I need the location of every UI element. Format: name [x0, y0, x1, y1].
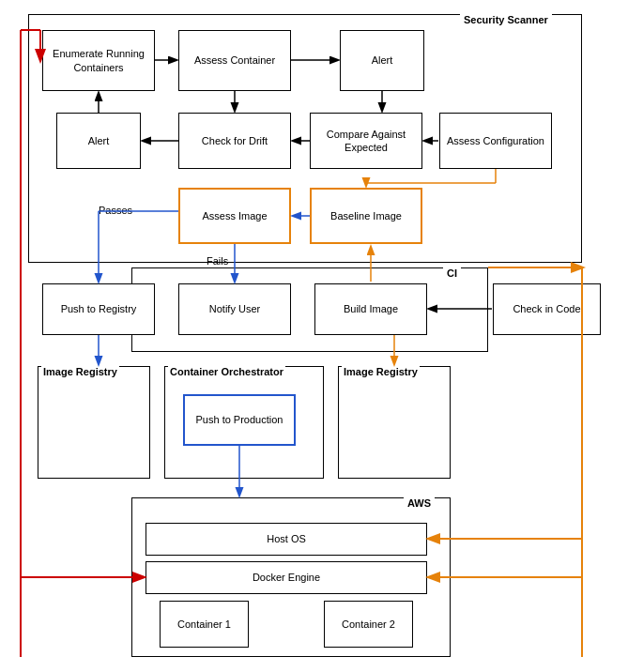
notify-user-label: Notify User	[209, 302, 260, 315]
push-to-registry-label: Push to Registry	[61, 302, 137, 315]
docker-engine-box: Docker Engine	[146, 561, 427, 594]
image-registry-left-label: Image Registry	[41, 366, 119, 377]
container-orchestrator-label: Container Orchestrator	[168, 366, 285, 377]
push-to-production-box: Push to Production	[183, 394, 296, 446]
enumerate-running-containers-box: Enumerate Running Containers	[42, 30, 155, 91]
assess-container-box: Assess Container	[178, 30, 291, 91]
build-image-label: Build Image	[344, 302, 398, 315]
docker-engine-label: Docker Engine	[253, 571, 320, 584]
host-os-box: Host OS	[146, 523, 427, 556]
diagram: Security Scanner CI Image Registry Conta…	[0, 0, 628, 672]
check-for-drift-box: Check for Drift	[178, 113, 291, 169]
check-in-code-label: Check in Code	[513, 302, 580, 315]
build-image-box: Build Image	[314, 283, 427, 335]
alert-bottom-left-label: Alert	[88, 134, 110, 147]
push-to-registry-box: Push to Registry	[42, 283, 155, 335]
assess-configuration-label: Assess Configuration	[447, 134, 544, 147]
enumerate-running-containers-label: Enumerate Running Containers	[47, 47, 150, 74]
passes-label: Passes	[99, 205, 132, 216]
container-1-label: Container 1	[177, 618, 231, 631]
alert-bottom-left-box: Alert	[56, 113, 141, 169]
container-1-box: Container 1	[160, 601, 249, 648]
alert-top-right-box: Alert	[340, 30, 424, 91]
ci-label: CI	[443, 267, 461, 279]
check-for-drift-label: Check for Drift	[202, 134, 268, 147]
assess-image-label: Assess Image	[202, 209, 267, 222]
compare-against-expected-label: Compare Against Expected	[314, 128, 418, 155]
push-to-production-label: Push to Production	[196, 413, 283, 426]
assess-container-label: Assess Container	[194, 53, 275, 67]
notify-user-box: Notify User	[178, 283, 291, 335]
baseline-image-box: Baseline Image	[310, 188, 422, 244]
assess-image-box: Assess Image	[178, 188, 291, 244]
assess-configuration-box: Assess Configuration	[439, 113, 552, 169]
container-2-box: Container 2	[324, 601, 413, 648]
aws-label: AWS	[404, 497, 435, 509]
image-registry-right-region	[338, 366, 451, 479]
container-2-label: Container 2	[342, 618, 395, 631]
check-in-code-box: Check in Code	[493, 283, 601, 335]
image-registry-left-region	[38, 366, 150, 479]
image-registry-right-label: Image Registry	[342, 366, 420, 377]
compare-against-expected-box: Compare Against Expected	[310, 113, 422, 169]
alert-top-right-label: Alert	[372, 53, 393, 67]
security-scanner-label: Security Scanner	[460, 14, 552, 25]
host-os-label: Host OS	[267, 532, 306, 545]
fails-label: Fails	[207, 255, 228, 267]
baseline-image-label: Baseline Image	[330, 209, 402, 222]
